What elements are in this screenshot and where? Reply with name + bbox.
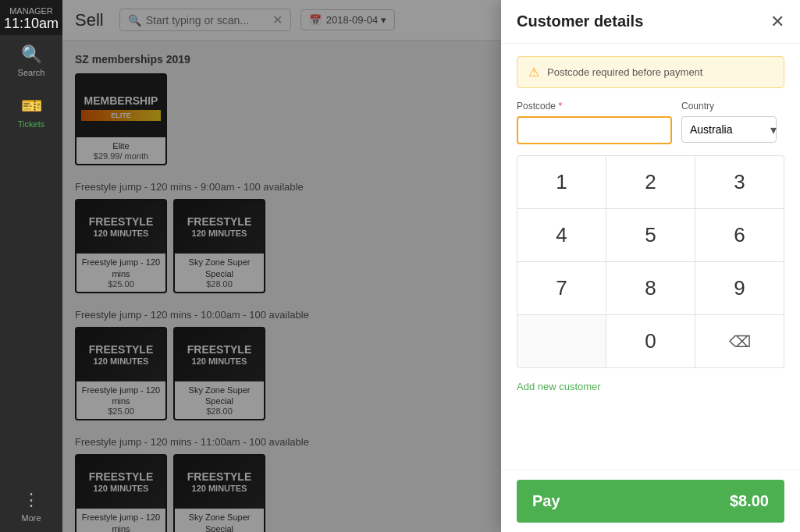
numpad-2[interactable]: 2 xyxy=(606,156,695,208)
country-group: Country Australia New Zealand United Kin… xyxy=(681,101,784,144)
country-label: Country xyxy=(681,101,784,112)
alert-text: Postcode required before payment xyxy=(547,66,702,78)
postcode-label: Postcode * xyxy=(517,101,672,112)
numpad-0[interactable]: 0 xyxy=(606,315,695,367)
modal-footer: Pay $8.00 xyxy=(501,470,800,532)
postcode-group: Postcode * xyxy=(517,101,672,144)
modal-close-button[interactable]: ✕ xyxy=(770,13,784,30)
manager-label: MANAGER xyxy=(3,6,59,16)
numpad-6[interactable]: 6 xyxy=(695,209,784,261)
search-icon: 🔍 xyxy=(21,44,42,65)
numpad-backspace[interactable]: ⌫ xyxy=(695,315,784,367)
sidebar-item-search[interactable]: 🔍 Search xyxy=(0,35,62,87)
sidebar-item-more[interactable]: ⋮ More xyxy=(0,481,62,532)
numpad-9[interactable]: 9 xyxy=(695,262,784,314)
country-select[interactable]: Australia New Zealand United Kingdom Uni… xyxy=(681,116,777,143)
numpad-5[interactable]: 5 xyxy=(606,209,695,261)
numpad-8[interactable]: 8 xyxy=(606,262,695,314)
pay-button[interactable]: Pay $8.00 xyxy=(517,480,784,523)
modal-body: ⚠ Postcode required before payment Postc… xyxy=(501,44,800,470)
pay-amount: $8.00 xyxy=(730,492,769,510)
form-row-postcode-country: Postcode * Country Australia New Zealand… xyxy=(517,101,784,144)
sidebar-item-tickets[interactable]: 🎫 Tickets xyxy=(0,87,62,138)
pay-label: Pay xyxy=(532,492,560,510)
modal-title: Customer details xyxy=(517,12,643,30)
sidebar-search-label: Search xyxy=(18,68,45,77)
numpad: 1 2 3 4 5 6 7 8 9 0 ⌫ xyxy=(517,155,784,368)
numpad-3[interactable]: 3 xyxy=(695,156,784,208)
numpad-empty xyxy=(517,315,606,367)
sidebar-header: MANAGER 11:10am xyxy=(0,0,62,35)
postcode-required-marker: * xyxy=(558,101,562,112)
postcode-input[interactable] xyxy=(517,116,672,144)
numpad-7[interactable]: 7 xyxy=(517,262,606,314)
modal-overlay[interactable] xyxy=(62,0,562,532)
sidebar-bottom: ⋮ More xyxy=(0,481,62,532)
more-icon: ⋮ xyxy=(23,490,40,510)
add-new-customer-link[interactable]: Add new customer xyxy=(517,381,601,392)
country-select-wrapper: Australia New Zealand United Kingdom Uni… xyxy=(681,116,784,143)
modal-header: Customer details ✕ xyxy=(501,0,800,44)
sidebar: MANAGER 11:10am 🔍 Search 🎫 Tickets ⋮ Mor… xyxy=(0,0,62,532)
time-display: 11:10am xyxy=(3,16,59,32)
numpad-1[interactable]: 1 xyxy=(517,156,606,208)
customer-details-modal: Customer details ✕ ⚠ Postcode required b… xyxy=(501,0,800,532)
sidebar-tickets-label: Tickets xyxy=(18,119,44,129)
numpad-4[interactable]: 4 xyxy=(517,209,606,261)
postcode-alert: ⚠ Postcode required before payment xyxy=(517,56,784,88)
tickets-icon: 🎫 xyxy=(21,96,42,116)
alert-warning-icon: ⚠ xyxy=(528,65,539,80)
sidebar-more-label: More xyxy=(21,513,41,523)
